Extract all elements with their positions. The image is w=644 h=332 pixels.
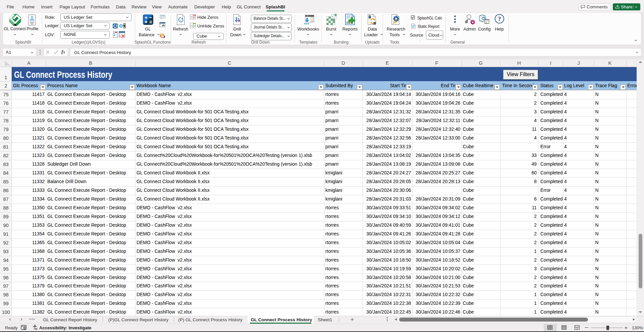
svg-text:0: 0 [191, 24, 192, 27]
svg-text:0: 0 [191, 15, 192, 19]
svg-text:?: ? [498, 15, 501, 22]
